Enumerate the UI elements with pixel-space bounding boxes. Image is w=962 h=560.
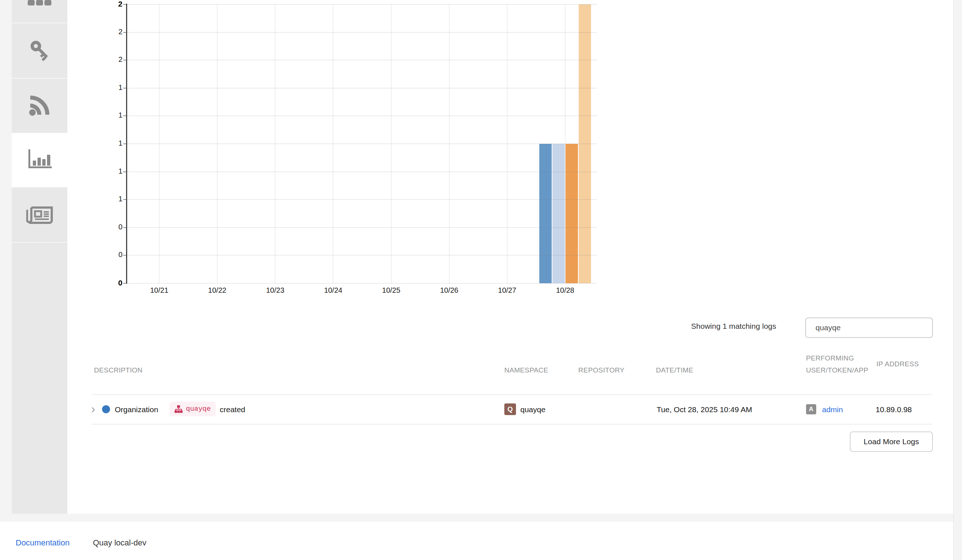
chart-y-tick-label: 1 <box>100 139 123 148</box>
expand-row-chevron-icon[interactable]: › <box>91 402 95 415</box>
chart-gridline <box>391 4 392 283</box>
chart-gridline <box>126 88 597 89</box>
log-filter-input[interactable] <box>805 317 933 338</box>
chart-y-tick-label: 0 <box>100 223 123 231</box>
chart-gridline <box>217 4 218 283</box>
namespace-avatar: Q <box>504 404 516 415</box>
chart-y-tick-label: 2 <box>100 0 123 8</box>
chart-x-tick-label: 10/26 <box>428 286 471 294</box>
datetime-cell: Tue, Oct 28, 2025 10:49 AM <box>657 404 752 415</box>
chart-gridline <box>126 60 597 60</box>
chart-y-axis <box>126 4 127 284</box>
chart-gridline <box>126 116 597 116</box>
chart-gridline <box>507 4 508 283</box>
chart-gridline <box>126 283 597 284</box>
chart-y-tick-label: 1 <box>100 84 123 92</box>
description-prefix: Organization <box>115 404 158 415</box>
chart-gridline <box>159 4 160 283</box>
chart-gridline <box>449 4 450 283</box>
load-more-logs-button[interactable]: Load More Logs <box>850 431 933 452</box>
chart-y-tick-label: 0 <box>100 251 123 259</box>
chart-bar <box>565 144 578 283</box>
chart-x-tick-label: 10/28 <box>543 286 587 294</box>
event-type-dot <box>102 405 110 413</box>
showing-matching-logs-text: Showing 1 matching logs <box>620 322 776 331</box>
chart-bar <box>539 144 552 283</box>
quay-usage-logs-page: { "sidebar": { "items": [ {"id": "apps",… <box>0 0 962 560</box>
ip-address-cell: 10.89.0.98 <box>876 404 912 415</box>
chart-x-tick-label: 10/24 <box>311 286 355 294</box>
entity-name: quayqe <box>186 405 211 413</box>
chart-gridline <box>126 255 597 256</box>
chart-gridline <box>565 4 565 283</box>
description-suffix: created <box>220 404 245 415</box>
usage-logs-chart: 2221111100010/2110/2210/2310/2410/2510/2… <box>0 0 962 317</box>
chart-gridline <box>126 143 597 144</box>
chart-x-tick-label: 10/23 <box>253 286 297 294</box>
documentation-link[interactable]: Documentation <box>16 538 69 548</box>
column-header-ip-address: IP ADDRESS <box>876 358 924 370</box>
vertical-scrollbar[interactable] <box>953 0 962 560</box>
chart-y-tick-label: 0 <box>100 278 123 287</box>
chart-y-tick-label: 1 <box>100 167 123 175</box>
chart-x-tick-label: 10/27 <box>485 286 529 294</box>
table-row-divider <box>92 424 932 425</box>
column-header-repository: REPOSITORY <box>578 364 651 376</box>
chart-x-tick-label: 10/22 <box>195 286 239 294</box>
sitemap-icon <box>174 405 182 413</box>
content-bottom-strip <box>0 514 962 522</box>
chart-gridline <box>126 172 597 172</box>
column-header-datetime: DATE/TIME <box>656 364 736 376</box>
column-header-performing-user: PERFORMING USER/TOKEN/APP <box>806 352 867 376</box>
namespace-name: quayqe <box>520 404 546 415</box>
column-header-namespace: NAMESPACE <box>504 364 577 376</box>
organization-entity-tag[interactable]: quayqe <box>169 402 216 416</box>
column-header-description: DESCRIPTION <box>94 364 211 376</box>
chart-y-tick-label: 2 <box>100 55 123 64</box>
chart-gridline <box>126 4 597 5</box>
chart-y-tick-label: 1 <box>100 195 123 203</box>
table-header-divider <box>92 394 932 395</box>
chart-bar <box>552 144 565 283</box>
chart-gridline <box>126 199 597 200</box>
chart-y-tick-label: 1 <box>100 111 123 119</box>
chart-gridline <box>126 227 597 228</box>
chart-x-tick-label: 10/21 <box>137 286 181 294</box>
chart-x-tick-label: 10/25 <box>370 286 413 294</box>
footer-app-name: Quay local-dev <box>93 538 147 548</box>
performing-user-avatar: A <box>806 404 816 414</box>
chart-gridline <box>126 32 597 33</box>
chart-gridline <box>333 4 333 283</box>
performing-user-link[interactable]: admin <box>822 404 843 415</box>
chart-y-tick-label: 2 <box>100 28 123 36</box>
chart-gridline <box>275 4 276 283</box>
